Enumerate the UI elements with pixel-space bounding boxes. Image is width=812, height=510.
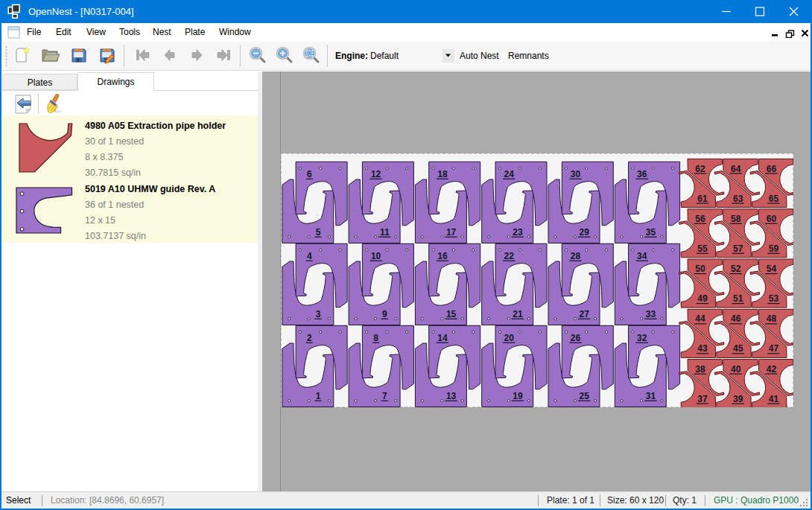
svg-text:2: 2 [307, 333, 312, 343]
svg-text:27: 27 [580, 309, 590, 319]
svg-text:46: 46 [731, 313, 741, 324]
svg-text:53: 53 [769, 293, 779, 304]
svg-text:61: 61 [697, 194, 708, 204]
svg-text:41: 41 [769, 394, 779, 404]
svg-text:44: 44 [695, 313, 705, 324]
svg-text:65: 65 [769, 194, 779, 204]
svg-text:39: 39 [733, 394, 743, 404]
svg-text:34: 34 [637, 251, 647, 261]
svg-text:10: 10 [371, 251, 381, 261]
svg-text:50: 50 [695, 264, 705, 274]
svg-text:32: 32 [637, 333, 647, 343]
svg-text:49: 49 [697, 293, 708, 304]
svg-text:9: 9 [382, 309, 387, 319]
svg-text:6: 6 [307, 169, 312, 179]
svg-text:22: 22 [504, 251, 515, 261]
svg-text:55: 55 [697, 243, 708, 254]
svg-text:33: 33 [646, 309, 656, 319]
svg-text:12: 12 [371, 169, 381, 179]
svg-text:36: 36 [637, 169, 647, 179]
svg-text:20: 20 [504, 333, 515, 343]
svg-text:64: 64 [731, 164, 741, 174]
svg-text:24: 24 [504, 169, 515, 179]
svg-text:23: 23 [513, 227, 523, 238]
svg-text:31: 31 [646, 391, 656, 401]
svg-text:58: 58 [731, 214, 741, 224]
svg-text:29: 29 [580, 227, 590, 238]
svg-text:21: 21 [513, 309, 523, 319]
svg-text:56: 56 [695, 214, 705, 224]
svg-text:54: 54 [767, 264, 777, 274]
svg-text:37: 37 [697, 394, 708, 404]
svg-text:66: 66 [767, 164, 777, 174]
svg-text:1: 1 [316, 391, 321, 401]
svg-text:4: 4 [307, 251, 312, 261]
svg-text:13: 13 [446, 391, 457, 401]
svg-text:60: 60 [767, 214, 777, 224]
svg-text:30: 30 [571, 169, 581, 179]
svg-text:7: 7 [382, 391, 387, 401]
svg-text:14: 14 [437, 333, 448, 343]
svg-text:18: 18 [437, 169, 448, 179]
svg-text:8: 8 [373, 333, 378, 343]
svg-text:45: 45 [733, 343, 743, 354]
svg-text:40: 40 [731, 364, 741, 374]
svg-text:3: 3 [316, 309, 321, 319]
svg-text:19: 19 [513, 391, 523, 401]
svg-text:48: 48 [767, 313, 777, 324]
svg-text:15: 15 [446, 309, 457, 319]
svg-text:17: 17 [446, 227, 457, 238]
svg-text:26: 26 [571, 333, 581, 343]
svg-text:47: 47 [769, 343, 779, 354]
svg-text:51: 51 [733, 293, 743, 304]
svg-text:11: 11 [380, 227, 390, 238]
svg-text:25: 25 [580, 391, 590, 401]
svg-text:42: 42 [767, 364, 777, 374]
svg-text:35: 35 [646, 227, 656, 238]
svg-text:5: 5 [316, 227, 321, 238]
svg-text:52: 52 [731, 264, 741, 274]
svg-text:38: 38 [695, 364, 705, 374]
svg-text:28: 28 [571, 251, 581, 261]
svg-text:63: 63 [733, 194, 743, 204]
svg-text:62: 62 [695, 164, 705, 174]
svg-text:59: 59 [769, 243, 779, 254]
svg-text:57: 57 [733, 243, 743, 254]
svg-text:16: 16 [437, 251, 448, 261]
svg-text:43: 43 [697, 343, 708, 354]
